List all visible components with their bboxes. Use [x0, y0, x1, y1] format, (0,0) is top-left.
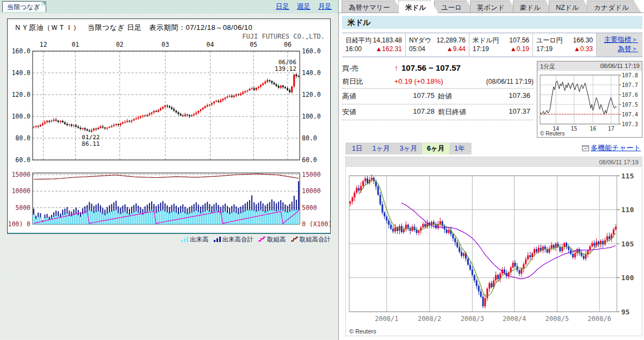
futures-chart-panel: 当限つなぎ 日足週足月足 ＮＹ原油（ＷＴＩ） 当限つなぎ 日足 表示期間：07/… [0, 0, 338, 340]
quote-table: 買-売 ↑ 107.56 − 107.57 前日比 +0.19 (+0.18%)… [342, 61, 534, 120]
period-button[interactable]: 1ヶ月 [367, 143, 394, 154]
svg-text:2008/1: 2008/1 [375, 315, 398, 323]
big-chart-datetime: 08/06/11 17:19 [346, 157, 642, 167]
legend-label: 取組高 [267, 236, 286, 243]
svg-text:03: 03 [162, 41, 169, 48]
legend-label: 取組高合計 [300, 236, 331, 243]
svg-text:140.0: 140.0 [302, 69, 321, 77]
svg-text:160.0: 160.0 [302, 47, 321, 55]
bid-ask-value: 107.56 − 107.57 [401, 63, 461, 72]
market-value: 166.30 [573, 36, 593, 45]
legend-label: 出来高 [190, 236, 209, 243]
wti-chart-card: ＮＹ原油（ＷＴＩ） 当限つなぎ 日足 表示期間：07/12/18～08/06/1… [7, 18, 331, 234]
svg-text:12: 12 [40, 41, 47, 48]
quote-timestamp: (08/06/11 17:19) [486, 78, 534, 85]
change-value: +0.19 (+0.18%) [394, 77, 443, 85]
svg-text:95: 95 [621, 308, 630, 316]
svg-text:100.0: 100.0 [11, 113, 30, 120]
svg-text:2008/2: 2008/2 [418, 315, 441, 323]
low-value: 107.28 [390, 107, 438, 117]
svg-text:60.0: 60.0 [15, 156, 30, 164]
fx-tab[interactable]: 英ポンド [470, 1, 517, 13]
mini-chart-title: 1分足 [540, 63, 555, 71]
fx-panel: 為替サマリー米ドルユーロ英ポンド豪ドルNZドルカナダドル 米ドル 日経平均14,… [338, 0, 644, 340]
fx-tab[interactable]: 為替サマリー [342, 1, 403, 13]
svg-text:80.0: 80.0 [302, 134, 317, 142]
market-value: 14,183.48 [373, 36, 402, 45]
fx-tab[interactable]: 米ドル [398, 1, 438, 13]
tab-front-month[interactable]: 当限つなぎ [2, 1, 46, 12]
market-change: ▲0.19 [510, 45, 529, 53]
multi-chart-link[interactable]: 多機能チャート [591, 144, 641, 152]
period-link[interactable]: 日足 [276, 3, 289, 10]
svg-text:107.4: 107.4 [622, 112, 638, 118]
market-links: 主要指標＞為替＞ [597, 33, 642, 57]
high-value: 107.75 [390, 91, 438, 101]
fx-tab[interactable]: ユーロ [434, 1, 474, 13]
svg-text:107.8: 107.8 [622, 72, 638, 78]
fx-tabs: 為替サマリー米ドルユーロ英ポンド豪ドルNZドルカナダドル [342, 1, 637, 13]
wti-chart-title: ＮＹ原油（ＷＴＩ） 当限つなぎ 日足 表示期間：07/12/18～08/06/1… [8, 19, 330, 33]
svg-text:16: 16 [590, 126, 596, 132]
fx-tabs-divider [339, 13, 644, 13]
period-buttons: 1日1ヶ月3ヶ月6ヶ月1年 [345, 143, 472, 154]
svg-text:15000: 15000 [11, 171, 30, 178]
period-link[interactable]: 月足 [318, 3, 332, 10]
svg-text:01: 01 [72, 41, 79, 48]
legend-item: 出来高合計 [213, 236, 254, 243]
mini-chart-datetime: 08/06/11 17:19 [600, 63, 640, 71]
period-button[interactable]: 6ヶ月 [422, 143, 449, 154]
svg-text:02: 02 [116, 41, 123, 48]
fx-tab[interactable]: 豪ドル [513, 1, 553, 13]
open-value: 107.36 [488, 91, 534, 101]
fx-tab[interactable]: NZドル [549, 1, 591, 13]
fx-tab[interactable]: カナダドル [587, 1, 641, 13]
svg-text:2008/3: 2008/3 [461, 315, 484, 323]
market-link[interactable]: 主要指標＞ [597, 35, 638, 45]
svg-text:139.12: 139.12 [275, 65, 296, 72]
legend-label: 出来高合計 [222, 236, 254, 243]
up-arrow-icon: ↑ [394, 64, 398, 72]
svg-text:2008/5: 2008/5 [546, 315, 569, 323]
one-minute-chart-card: 1分足 08/06/11 17:19 107.8107.7107.6107.51… [537, 61, 642, 138]
mini-chart-credit: © Reuters [540, 131, 565, 137]
legend-item: 取組高合計 [290, 236, 331, 243]
period-button[interactable]: 1日 [347, 143, 367, 154]
market-name: ユーロ円 [536, 36, 563, 45]
period-links: 日足週足月足 [268, 2, 332, 11]
svg-text:10000: 10000 [11, 187, 30, 195]
svg-text:140.0: 140.0 [11, 69, 30, 77]
change-label: 前日比 [342, 77, 394, 86]
fx-section-title: 米ドル [342, 16, 642, 29]
market-cell: NYダウ12,289.7605:04▲9.44 [406, 33, 469, 57]
market-time: 05:04 [409, 45, 425, 53]
svg-text:5000: 5000 [15, 204, 30, 212]
period-link[interactable]: 週足 [297, 3, 311, 10]
svg-text:80.0: 80.0 [15, 134, 30, 142]
svg-text:120.0: 120.0 [11, 91, 30, 98]
svg-text:115: 115 [621, 172, 634, 180]
svg-text:110: 110 [621, 206, 634, 214]
wti-price-chart: 160.0160.0140.0140.0120.0120.0100.0100.0… [8, 40, 330, 168]
svg-text:04: 04 [207, 41, 214, 48]
usdjpy-chart-card: 08/06/11 17:19 115110105100952008/12008/… [345, 157, 642, 336]
market-change: ▲162.31 [375, 45, 402, 53]
period-button[interactable]: 1年 [449, 143, 469, 154]
big-chart-credit: © Reuters [349, 328, 376, 335]
svg-text:2008/6: 2008/6 [587, 315, 611, 323]
svg-text:107.7: 107.7 [622, 82, 638, 88]
legend-bars-icon [213, 236, 221, 242]
legend-item: 取組高 [258, 236, 286, 243]
svg-text:5000: 5000 [302, 204, 317, 212]
market-value: 107.56 [509, 36, 529, 45]
svg-text:0 (X100): 0 (X100) [302, 220, 330, 228]
market-change: ▲0.33 [574, 45, 593, 53]
market-link[interactable]: 為替＞ [597, 45, 638, 54]
market-time: 17:19 [473, 45, 489, 53]
usdjpy-six-month-chart: 115110105100952008/12008/22008/32008/420… [346, 167, 642, 328]
period-button[interactable]: 3ヶ月 [395, 143, 422, 154]
legend-bars-icon [181, 236, 189, 242]
market-cell: ユーロ円166.3017:19▲0.33 [533, 33, 597, 57]
wti-chart-legend: 出来高出来高合計取組高取組高合計 [0, 236, 331, 244]
svg-text:(X100) 0: (X100) 0 [8, 220, 30, 228]
